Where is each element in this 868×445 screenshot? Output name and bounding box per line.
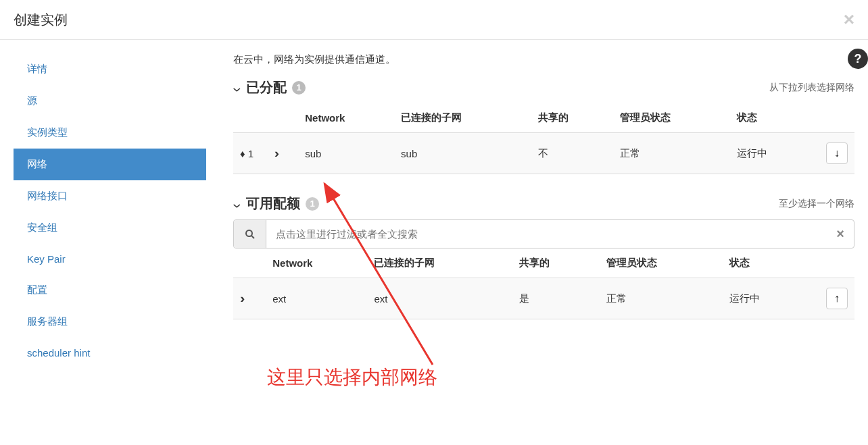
clear-filter-icon[interactable]: × [827,220,854,248]
allocated-count-badge: 1 [292,81,306,95]
col-shared: 共享的 [531,103,614,133]
cell-admin: 正常 [600,278,723,319]
svg-point-0 [246,230,252,236]
sidebar-item-network-ports[interactable]: 网络接口 [14,180,206,212]
cell-status: 运行中 [723,278,817,319]
sidebar-item-source[interactable]: 源 [14,85,206,117]
cell-status: 运行中 [730,133,819,174]
allocated-section-header: ⌵ 已分配 1 从下拉列表选择网络 [233,78,854,97]
available-title-text: 可用配额 [246,194,300,213]
available-table: Network 已连接的子网 共享的 管理员状态 状态 › ext ext 是 [233,248,854,319]
filter-input[interactable] [266,220,827,248]
col-status: 状态 [723,248,817,278]
cell-admin: 正常 [613,133,729,174]
col-network: Network [298,103,394,133]
col-status: 状态 [730,103,819,133]
sidebar-item-security-groups[interactable]: 安全组 [14,212,206,244]
content-panel: 在云中，网络为实例提供通信通道。 ⌵ 已分配 1 从下拉列表选择网络 Netwo… [206,40,868,382]
modal-body: 详情 源 实例类型 网络 网络接口 安全组 Key Pair 配置 服务器组 s… [0,40,868,382]
available-row: › ext ext 是 正常 运行中 ↑ [233,278,854,319]
allocated-row: ♦1 › sub sub 不 正常 运行中 ↓ [233,133,854,174]
sidebar-item-scheduler-hint[interactable]: scheduler hint [14,338,206,368]
sidebar-item-flavor[interactable]: 实例类型 [14,117,206,149]
arrow-down-icon: ↓ [834,147,840,159]
available-helper: 至少选择一个网络 [779,198,854,210]
cell-network: ext [266,278,367,319]
available-section-header: ⌵ 可用配额 1 至少选择一个网络 [233,194,854,213]
allocated-title-text: 已分配 [246,78,287,97]
chevron-down-icon: ⌵ [233,198,241,210]
sort-icon: ♦ [240,148,245,159]
available-count-badge: 1 [306,197,319,211]
allocated-table: Network 已连接的子网 共享的 管理员状态 状态 ♦1 › sub sub… [233,103,854,174]
col-network: Network [266,248,367,278]
chevron-down-icon: ⌵ [233,82,241,94]
chevron-right-icon[interactable]: › [274,147,279,161]
col-admin: 管理员状态 [613,103,729,133]
allocated-helper: 从下拉列表选择网络 [769,82,854,94]
cell-network: sub [298,133,394,174]
search-icon[interactable] [234,220,266,248]
col-admin: 管理员状态 [600,248,723,278]
cell-shared: 不 [531,133,614,174]
remove-button[interactable]: ↓ [826,142,848,164]
add-button[interactable]: ↑ [826,288,848,309]
sidebar-item-details[interactable]: 详情 [14,53,206,85]
close-icon[interactable]: × [844,10,854,29]
available-section-title[interactable]: ⌵ 可用配额 1 [233,194,319,213]
arrow-up-icon: ↑ [834,292,840,305]
col-subnet: 已连接的子网 [394,103,531,133]
modal-header: 创建实例 × [0,0,868,40]
reorder-handle[interactable]: ♦1 [240,148,261,159]
cell-subnet: sub [394,133,531,174]
sidebar-item-configuration[interactable]: 配置 [14,274,206,306]
sidebar-item-server-groups[interactable]: 服务器组 [14,306,206,338]
cell-shared: 是 [512,278,600,319]
col-subnet: 已连接的子网 [367,248,512,278]
filter-bar: × [233,219,854,248]
sidebar-item-keypair[interactable]: Key Pair [14,244,206,274]
intro-text: 在云中，网络为实例提供通信通道。 [233,53,854,66]
chevron-right-icon[interactable]: › [240,292,245,306]
allocated-section-title[interactable]: ⌵ 已分配 1 [233,78,306,97]
cell-subnet: ext [367,278,512,319]
col-shared: 共享的 [512,248,600,278]
wizard-sidebar: 详情 源 实例类型 网络 网络接口 安全组 Key Pair 配置 服务器组 s… [0,40,206,382]
row-order: 1 [248,148,254,159]
svg-line-1 [251,236,254,238]
sidebar-item-network[interactable]: 网络 [14,149,206,180]
modal-title: 创建实例 [14,11,68,29]
